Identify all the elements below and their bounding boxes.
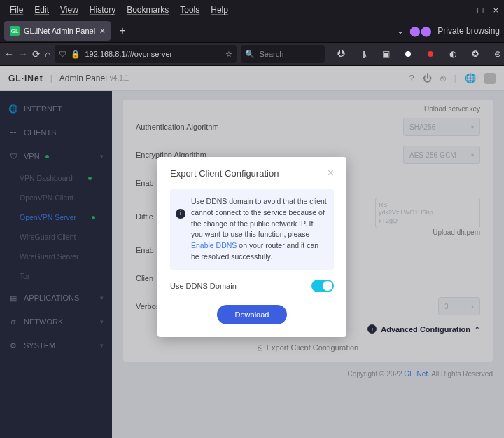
- search-icon: 🔍: [245, 50, 255, 59]
- tab-favicon: GL: [10, 26, 20, 36]
- os-titlebar: File Edit View History Bookmarks Tools H…: [0, 0, 504, 20]
- modal-title: Export Client Configuration: [170, 168, 279, 179]
- tab-title: GL.iNet Admin Panel: [24, 27, 95, 35]
- private-browsing-label: Private browsing: [438, 26, 500, 36]
- browser-tab[interactable]: GL GL.iNet Admin Panel ×: [4, 21, 111, 41]
- use-ddns-toggle[interactable]: [312, 280, 334, 292]
- modal-close-icon[interactable]: ×: [328, 167, 334, 179]
- enable-ddns-link[interactable]: Enable DDNS: [191, 241, 237, 249]
- browser-tabbar: GL GL.iNet Admin Panel × + ⌄ ⬤⬤ Private …: [0, 20, 504, 42]
- search-placeholder: Search: [259, 50, 284, 58]
- os-menu: File Edit View History Bookmarks Tools H…: [6, 4, 232, 16]
- nav-home-button[interactable]: ⌂: [45, 45, 50, 63]
- ext-icon-2[interactable]: [421, 45, 440, 63]
- window-maximize-button[interactable]: □: [478, 5, 484, 15]
- shield-icon: 🛡: [59, 50, 66, 58]
- menu-bookmarks[interactable]: Bookmarks: [122, 4, 173, 16]
- menu-view[interactable]: View: [56, 4, 83, 16]
- nav-back-button[interactable]: ←: [4, 45, 14, 63]
- pocket-icon[interactable]: ⮋: [332, 45, 350, 63]
- address-bar: ← → ⟳ ⌂ 🛡 🔒 192.168.8.1/#/ovpnserver ☆ 🔍…: [0, 42, 504, 66]
- window-close-button[interactable]: ×: [493, 5, 498, 15]
- url-field[interactable]: 🛡 🔒 192.168.8.1/#/ovpnserver ☆: [55, 45, 237, 63]
- nav-reload-button[interactable]: ⟳: [32, 45, 41, 63]
- export-config-modal: Export Client Configuration × i Use DDNS…: [158, 157, 346, 337]
- nav-forward-button[interactable]: →: [18, 45, 28, 63]
- modal-info-block: i Use DDNS domain to avoid that the clie…: [170, 189, 334, 270]
- window-controls: – □ ×: [463, 5, 498, 15]
- menu-tools[interactable]: Tools: [176, 4, 204, 16]
- info-text: Use DDNS domain to avoid that the client…: [191, 197, 327, 238]
- library-icon[interactable]: |||\: [354, 45, 372, 63]
- new-tab-button[interactable]: +: [113, 25, 131, 37]
- ext-icon-3[interactable]: ◐: [444, 45, 462, 63]
- window-minimize-button[interactable]: –: [463, 5, 468, 15]
- ext-icon-4[interactable]: ✪: [466, 45, 484, 63]
- reader-icon[interactable]: ▣: [377, 45, 395, 63]
- menu-history[interactable]: History: [85, 4, 120, 16]
- bookmark-star-icon[interactable]: ☆: [225, 50, 232, 59]
- url-text: 192.168.8.1/#/ovpnserver: [85, 50, 172, 58]
- lock-insecure-icon: 🔒: [71, 50, 80, 59]
- use-ddns-label: Use DDNS Domain: [170, 282, 237, 290]
- ext-icon-5[interactable]: ⊝: [489, 45, 504, 63]
- tab-close-icon[interactable]: ×: [99, 25, 105, 36]
- ext-icon-1[interactable]: [399, 45, 417, 63]
- search-field[interactable]: 🔍 Search: [241, 45, 325, 63]
- download-button[interactable]: Download: [217, 305, 287, 324]
- info-icon: i: [176, 209, 186, 219]
- menu-help[interactable]: Help: [206, 4, 232, 16]
- menu-edit[interactable]: Edit: [30, 4, 53, 16]
- menu-file[interactable]: File: [6, 4, 27, 16]
- toolbar-extensions: ⮋ |||\ ▣ ◐ ✪ ⊝ » ≡: [332, 45, 504, 63]
- tabs-overflow-icon[interactable]: ⌄: [397, 26, 404, 36]
- private-mask-icon: ⬤⬤: [410, 25, 432, 36]
- admin-panel: GL·iNet | Admin Panel v4.1.1 ? ⏻ ⎋ | 🌐 🌐…: [0, 66, 504, 438]
- modal-backdrop[interactable]: Export Client Configuration × i Use DDNS…: [0, 66, 504, 438]
